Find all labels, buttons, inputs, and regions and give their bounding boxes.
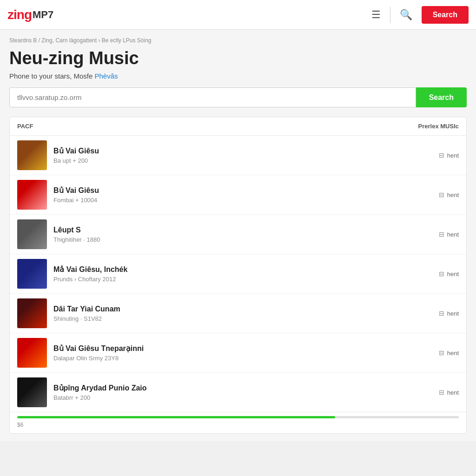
track-title: Bủpîng Arydad Punio Zaio [53, 383, 439, 392]
bookmark-icon: ⊟ [439, 191, 444, 198]
menu-icon[interactable]: ☰ [368, 5, 384, 25]
action-label: hent [447, 350, 459, 357]
music-table: PACF Prerîex MUSIc Bủ Vai Giêsu Ba upt +… [9, 117, 467, 434]
action-label: hent [447, 389, 459, 396]
track-thumbnail [17, 338, 47, 368]
action-label: hent [447, 310, 459, 317]
table-col-left: PACF [17, 123, 33, 130]
track-action[interactable]: ⊟ hent [439, 349, 459, 357]
track-info: Bủ Vai Giêsu Tneparạinni Dalapar Olin Sr… [53, 344, 439, 362]
table-row[interactable]: Bủpîng Arydad Punio Zaio Batabrr + 200 ⊟… [10, 373, 466, 412]
header-right: ☰ 🔍 Search [368, 5, 469, 25]
site-header: zing MP7 ☰ 🔍 Search [0, 0, 476, 30]
track-thumbnail [17, 298, 47, 328]
bookmark-icon: ⊟ [439, 310, 444, 317]
logo-mp7: MP7 [33, 9, 53, 21]
track-artist: Thighitiher · 1880 [53, 236, 439, 243]
search-icon[interactable]: 🔍 [396, 5, 416, 25]
track-thumbnail [17, 377, 47, 407]
track-artist: Fombai + 10004 [53, 197, 439, 204]
action-label: hent [447, 231, 459, 238]
progress-bar-bg [17, 416, 459, 418]
progress-bar-fill [17, 416, 335, 418]
track-action[interactable]: ⊟ hent [439, 310, 459, 317]
bookmark-icon: ⊟ [439, 349, 444, 357]
action-label: hent [447, 192, 459, 198]
track-thumbnail [17, 259, 47, 289]
track-info: Bủ Vai Giêsu Fombai + 10004 [53, 186, 439, 204]
breadcrumb: Steardns B / Zing, Carn làgogattent › Be… [9, 37, 467, 44]
main-content: Steardns B / Zing, Carn làgogattent › Be… [0, 30, 476, 441]
track-artist: Dalapar Olin Srmy 23Y8 [53, 355, 439, 362]
track-artist: Prunds › Choftary 2012 [53, 276, 439, 283]
header-divider [390, 7, 390, 23]
track-title: Bủ Vai Giêsu [53, 186, 439, 195]
track-info: Mả Vai Giêsu, Inchék Prunds › Choftary 2… [53, 265, 439, 283]
track-info: Bủ Vai Giêsu Ba upt + 200 [53, 146, 439, 164]
progress-area: $6 [10, 412, 466, 433]
track-thumbnail [17, 180, 47, 210]
table-row[interactable]: Lêupt S Thighitiher · 1880 ⊟ hent [10, 215, 466, 254]
table-row[interactable]: Bủ Vai Giêsu Tneparạinni Dalapar Olin Sr… [10, 333, 466, 373]
track-action[interactable]: ⊟ hent [439, 231, 459, 238]
search-bar: Search [9, 87, 467, 107]
track-artist: Ba upt + 200 [53, 157, 439, 164]
bookmark-icon: ⊟ [439, 270, 444, 278]
table-row[interactable]: Bủ Vai Giêsu Ba upt + 200 ⊟ hent [10, 136, 466, 175]
page-subtitle: Phone to your stars, Mosfe Phèvâs [9, 72, 467, 80]
track-artist: Shinuting · S1V82 [53, 315, 439, 322]
track-info: Bủpîng Arydad Punio Zaio Batabrr + 200 [53, 383, 439, 401]
action-label: hent [447, 152, 459, 159]
track-action[interactable]: ⊟ hent [439, 389, 459, 396]
track-thumbnail [17, 140, 47, 170]
track-title: Bủ Vai Giêsu Tneparạinni [53, 344, 439, 353]
bookmark-icon: ⊟ [439, 231, 444, 238]
track-title: Mả Vai Giêsu, Inchék [53, 265, 439, 274]
table-rows: Bủ Vai Giêsu Ba upt + 200 ⊟ hent Bủ Vai … [10, 136, 466, 412]
action-label: hent [447, 271, 459, 278]
table-row[interactable]: Bủ Vai Giêsu Fombai + 10004 ⊟ hent [10, 175, 466, 215]
progress-label: $6 [17, 422, 23, 428]
track-info: Lêupt S Thighitiher · 1880 [53, 226, 439, 243]
track-action[interactable]: ⊟ hent [439, 270, 459, 278]
logo-zing: zing [7, 7, 32, 22]
track-title: Lêupt S [53, 226, 439, 234]
track-action[interactable]: ⊟ hent [439, 152, 459, 159]
table-row[interactable]: Mả Vai Giêsu, Inchék Prunds › Choftary 2… [10, 254, 466, 294]
track-info: Dâi Tar Yiai Cunam Shinuting · S1V82 [53, 305, 439, 322]
subtitle-link[interactable]: Phèvâs [94, 72, 118, 80]
page-title: Neu-zing Music [9, 48, 467, 68]
bookmark-icon: ⊟ [439, 152, 444, 159]
table-col-right: Prerîex MUSIc [418, 123, 459, 130]
search-button-main[interactable]: Search [416, 87, 467, 107]
track-artist: Batabrr + 200 [53, 394, 439, 401]
search-button-header[interactable]: Search [422, 6, 469, 24]
track-title: Bủ Vai Giêsu [53, 146, 439, 155]
bookmark-icon: ⊟ [439, 389, 444, 396]
track-action[interactable]: ⊟ hent [439, 191, 459, 198]
table-header: PACF Prerîex MUSIc [10, 117, 466, 136]
search-input[interactable] [9, 87, 416, 107]
table-row[interactable]: Dâi Tar Yiai Cunam Shinuting · S1V82 ⊟ h… [10, 294, 466, 333]
subtitle-text: Phone to your stars, Mosfe [9, 72, 93, 80]
logo: zing MP7 [7, 7, 53, 22]
track-title: Dâi Tar Yiai Cunam [53, 305, 439, 313]
track-thumbnail [17, 219, 47, 249]
